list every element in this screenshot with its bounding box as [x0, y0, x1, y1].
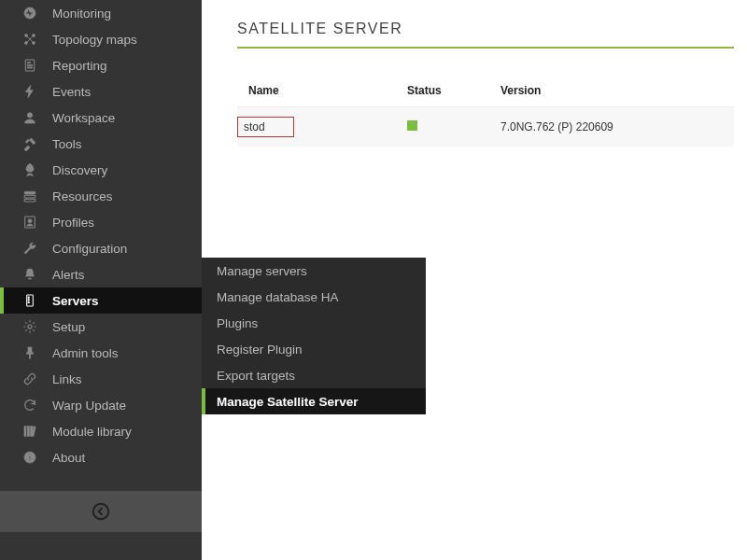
page-title: SATELLITE SERVER	[237, 21, 734, 49]
submenu-item-export-targets[interactable]: Export targets	[202, 362, 426, 388]
svg-point-19	[28, 325, 32, 329]
profile-icon	[21, 215, 39, 230]
svg-rect-22	[24, 427, 26, 437]
server-name-link[interactable]: stod	[237, 117, 294, 137]
table-row: stod7.0NG.762 (P) 220609	[237, 107, 734, 147]
svg-rect-17	[28, 300, 29, 301]
submenu-item-manage-satellite-server[interactable]: Manage Satellite Server	[202, 388, 426, 414]
svg-rect-21	[29, 354, 30, 358]
bell-icon	[21, 267, 39, 282]
sidebar-item-links[interactable]: Links	[0, 366, 202, 392]
sidebar-item-discovery[interactable]: Discovery	[0, 157, 202, 183]
submenu-item-plugins[interactable]: Plugins	[202, 310, 426, 336]
sidebar-item-monitoring[interactable]: Monitoring	[0, 0, 202, 26]
sidebar-item-label: Discovery	[52, 163, 107, 177]
rocket-icon	[21, 162, 39, 177]
status-indicator-icon	[407, 120, 417, 131]
tools-icon	[21, 136, 39, 151]
bolt-icon	[21, 84, 39, 99]
submenu-item-label: Register Plugin	[217, 343, 303, 357]
sidebar-item-label: Admin tools	[52, 346, 119, 360]
sidebar-item-label: Workspace	[52, 111, 115, 125]
sidebar-item-warp-update[interactable]: Warp Update	[0, 392, 202, 418]
sidebar-item-label: Events	[52, 85, 91, 99]
svg-rect-15	[27, 295, 34, 306]
submenu-item-label: Manage Satellite Server	[217, 395, 359, 409]
chevron-left-circle-icon	[91, 501, 111, 522]
sidebar-item-configuration[interactable]: Configuration	[0, 235, 202, 261]
refresh-icon	[21, 398, 39, 413]
submenu-item-label: Manage database HA	[217, 290, 339, 304]
sidebar-item-label: Setup	[52, 320, 85, 334]
sidebar-item-admin-tools[interactable]: Admin tools	[0, 340, 202, 366]
sidebar-item-setup[interactable]: Setup	[0, 314, 202, 340]
svg-point-28	[93, 504, 109, 520]
svg-rect-7	[27, 64, 32, 65]
report-icon	[21, 58, 39, 73]
submenu-item-register-plugin[interactable]: Register Plugin	[202, 336, 426, 362]
sidebar-item-label: Tools	[52, 137, 82, 151]
satellite-server-table: NameStatusVersion stod7.0NG.762 (P) 2206…	[237, 75, 734, 147]
submenu-item-manage-database-ha[interactable]: Manage database HA	[202, 284, 426, 310]
svg-rect-16	[28, 297, 29, 298]
sidebar-item-label: Reporting	[52, 59, 107, 73]
svg-point-0	[24, 7, 35, 19]
sidebar-item-about[interactable]: About	[0, 444, 202, 470]
sidebar-item-servers[interactable]: Servers	[0, 287, 202, 314]
info-icon	[21, 450, 39, 465]
heartbeat-icon	[21, 6, 39, 21]
user-icon	[21, 110, 39, 125]
svg-rect-27	[29, 454, 30, 455]
svg-rect-18	[28, 301, 29, 302]
gear-icon	[21, 319, 39, 334]
link-icon	[21, 371, 39, 386]
sidebar-item-label: Resources	[52, 189, 113, 203]
sidebar-item-label: Servers	[52, 294, 99, 308]
wrench-icon	[21, 241, 39, 256]
sidebar-item-module-library[interactable]: Module library	[0, 418, 202, 444]
svg-point-9	[27, 113, 32, 118]
sidebar-item-resources[interactable]: Resources	[0, 183, 202, 209]
column-header-name[interactable]: Name	[237, 75, 396, 107]
submenu-item-label: Manage servers	[217, 264, 307, 278]
sidebar-item-profiles[interactable]: Profiles	[0, 209, 202, 235]
svg-rect-11	[24, 195, 35, 198]
svg-rect-10	[24, 191, 35, 194]
sidebar-item-alerts[interactable]: Alerts	[0, 261, 202, 287]
sidebar-collapse-button[interactable]	[0, 491, 202, 532]
server-icon	[21, 293, 39, 308]
sidebar-item-workspace[interactable]: Workspace	[0, 105, 202, 131]
servers-submenu: Manage serversManage database HAPluginsR…	[202, 258, 426, 414]
column-header-status[interactable]: Status	[396, 75, 489, 107]
column-header-version[interactable]: Version	[489, 75, 734, 107]
svg-rect-12	[24, 199, 35, 202]
submenu-item-label: Plugins	[217, 316, 258, 330]
sidebar-item-label: Profiles	[52, 216, 94, 230]
svg-rect-23	[27, 427, 29, 437]
svg-rect-8	[27, 67, 32, 68]
admin-icon	[21, 345, 39, 360]
sidebar: MonitoringTopology mapsReportingEventsWo…	[0, 0, 202, 560]
sidebar-item-tools[interactable]: Tools	[0, 131, 202, 157]
sidebar-item-events[interactable]: Events	[0, 78, 202, 105]
svg-rect-6	[27, 63, 30, 63]
svg-rect-26	[29, 456, 30, 461]
submenu-item-label: Export targets	[217, 369, 295, 383]
svg-point-14	[28, 219, 32, 223]
cell-version: 7.0NG.762 (P) 220609	[489, 107, 734, 147]
sidebar-item-label: About	[52, 451, 85, 465]
submenu-item-manage-servers[interactable]: Manage servers	[202, 258, 426, 284]
cell-name: stod	[237, 107, 396, 147]
sidebar-item-label: Links	[52, 372, 82, 386]
svg-rect-20	[28, 347, 32, 352]
resources-icon	[21, 189, 39, 203]
sidebar-item-topology-maps[interactable]: Topology maps	[0, 26, 202, 52]
sidebar-item-label: Warp Update	[52, 399, 126, 413]
sidebar-item-label: Alerts	[52, 268, 85, 282]
main-content: SATELLITE SERVER NameStatusVersion stod7…	[202, 0, 747, 147]
sidebar-item-reporting[interactable]: Reporting	[0, 52, 202, 78]
sidebar-item-label: Configuration	[52, 242, 127, 256]
topology-icon	[21, 32, 39, 47]
cell-status	[396, 107, 489, 147]
sidebar-item-label: Module library	[52, 425, 132, 439]
